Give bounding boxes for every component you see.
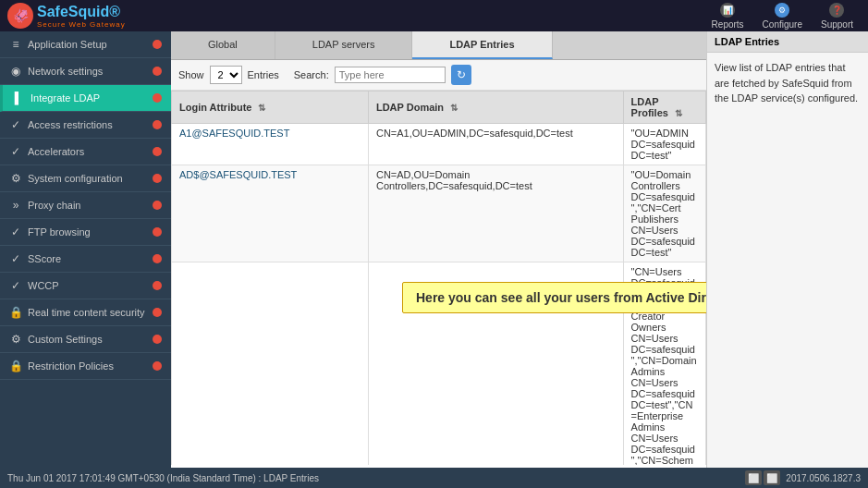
info-dot (153, 254, 162, 263)
tab-ldap-entries[interactable]: LDAP Entries (412, 31, 552, 59)
ftp-icon: ✓ (9, 226, 22, 238)
sidebar-item-ftp[interactable]: ✓ FTP browsing (0, 219, 171, 246)
support-button[interactable]: ❓ Support (813, 1, 861, 31)
table-scroll[interactable]: Login Attribute ⇅ LDAP Domain ⇅ LDAP Pro… (171, 91, 706, 465)
logo-icon: 🦑 (7, 3, 33, 29)
info-dot (153, 227, 162, 237)
sidebar-item-access[interactable]: ✓ Access restrictions (0, 112, 171, 139)
sidebar-item-label: Accelerators (28, 146, 84, 157)
status-right: ⬜ ⬜ 2017.0506.1827.3 (745, 470, 861, 485)
sidebar-item-label: SScore (28, 253, 61, 264)
refresh-button[interactable]: ↻ (451, 65, 471, 85)
status-version: 2017.0506.1827.3 (786, 473, 861, 483)
reports-label: Reports (712, 19, 744, 30)
reports-icon: 📊 (720, 3, 735, 18)
status-left: Thu Jun 01 2017 17:01:49 GMT+0530 (India… (7, 473, 319, 483)
table-container: Show 25 50 100 Entries Search: ↻ (171, 60, 706, 468)
sort-icon-domain[interactable]: ⇅ (450, 103, 458, 113)
sysconfig-icon: ⚙ (9, 172, 22, 185)
tab-global[interactable]: Global (171, 31, 275, 59)
sidebar-item-app-setup[interactable]: ≡ Application Setup (0, 31, 171, 58)
sidebar-item-label: Integrate LDAP (31, 92, 100, 104)
sidebar-item-label: Real time content security (28, 307, 145, 318)
support-icon: ❓ (829, 3, 844, 18)
tooltip-overlay: Here you can see all your users from Act… (402, 282, 706, 313)
header-nav: 📊 Reports ⚙ Configure ❓ Support (704, 1, 861, 31)
sidebar-item-label: FTP browsing (28, 226, 91, 238)
toolbar: Show 25 50 100 Entries Search: ↻ (171, 60, 706, 91)
sidebar-item-ldap[interactable]: ▌ Integrate LDAP (0, 85, 171, 112)
info-dot (153, 308, 162, 317)
sidebar-item-label: Application Setup (28, 39, 107, 50)
show-count-select[interactable]: 25 50 100 (210, 66, 242, 84)
status-icon-2[interactable]: ⬜ (764, 470, 780, 485)
sidebar-item-label: Restriction Policies (28, 360, 114, 372)
sidebar-item-restriction[interactable]: 🔒 Restriction Policies (0, 353, 171, 380)
ldap-icon: ▌ (12, 92, 25, 104)
sidebar-item-accel[interactable]: ✓ Accelerators (0, 139, 171, 165)
sidebar-item-label: WCCP (28, 280, 59, 291)
configure-label: Configure (763, 19, 802, 30)
status-icon-1[interactable]: ⬜ (745, 470, 762, 485)
sidebar-item-proxy[interactable]: » Proxy chain (0, 192, 171, 219)
configure-button[interactable]: ⚙ Configure (755, 1, 810, 31)
ldap-entries-table: Login Attribute ⇅ LDAP Domain ⇅ LDAP Pro… (171, 91, 706, 465)
entries-label: Entries (248, 69, 279, 80)
wccp-icon: ✓ (9, 279, 22, 292)
search-label: Search: (294, 69, 329, 80)
info-dot (153, 147, 162, 156)
main-layout: ≡ Application Setup ◉ Network settings ▌… (0, 31, 868, 468)
table-row[interactable]: A1@SAFESQUID.TESTCN=A1,OU=ADMIN,DC=safes… (172, 124, 706, 165)
cell-login (172, 262, 369, 466)
rtcs-icon: 🔒 (9, 306, 22, 319)
reports-button[interactable]: 📊 Reports (704, 1, 752, 31)
search-input[interactable] (335, 67, 446, 83)
support-label: Support (821, 19, 853, 30)
tabs-row: Global LDAP servers LDAP Entries (171, 31, 706, 60)
right-panel-title: LDAP Entries (707, 31, 868, 53)
sidebar-item-label: Proxy chain (28, 200, 80, 211)
info-dot (153, 201, 162, 210)
accel-icon: ✓ (9, 145, 22, 158)
status-icons: ⬜ ⬜ (745, 470, 780, 485)
sidebar-item-label: System configuration (28, 173, 123, 184)
sort-icon-login[interactable]: ⇅ (258, 103, 265, 113)
configure-icon: ⚙ (775, 3, 789, 18)
custom-icon: ⚙ (9, 333, 22, 346)
sort-icon-profiles[interactable]: ⇅ (675, 108, 682, 118)
sidebar-item-custom[interactable]: ⚙ Custom Settings (0, 326, 171, 353)
proxy-icon: » (9, 199, 22, 212)
info-dot (153, 281, 162, 290)
header: 🦑 SafeSquid® Secure Web Gateway 📊 Report… (0, 0, 868, 31)
sidebar-item-sscore[interactable]: ✓ SScore (0, 246, 171, 273)
cell-profiles: "OU=ADMIN DC=safesquid DC=test" (623, 124, 705, 165)
sidebar-item-rtcs[interactable]: 🔒 Real time content security (0, 299, 171, 326)
cell-login: AD$@SAFESQUID.TEST (172, 165, 369, 262)
cell-domain: CN=A1,OU=ADMIN,DC=safesquid,DC=test (368, 124, 623, 165)
sidebar-item-label: Access restrictions (28, 119, 113, 130)
info-dot (153, 120, 162, 129)
sidebar-item-label: Network settings (28, 66, 103, 77)
sidebar-item-network[interactable]: ◉ Network settings (0, 58, 171, 85)
tab-ldap-servers[interactable]: LDAP servers (275, 31, 413, 59)
sidebar: ≡ Application Setup ◉ Network settings ▌… (0, 31, 171, 468)
info-dot (153, 174, 162, 183)
info-dot (153, 361, 162, 371)
table-row[interactable]: AD$@SAFESQUID.TESTCN=AD,OU=Domain Contro… (172, 165, 706, 262)
content-area: Global LDAP servers LDAP Entries Show 25… (171, 31, 706, 468)
col-domain: LDAP Domain ⇅ (368, 92, 623, 124)
access-icon: ✓ (9, 118, 22, 131)
show-label: Show (178, 69, 204, 80)
info-dot (153, 67, 162, 76)
info-dot (153, 335, 162, 344)
sscore-icon: ✓ (9, 252, 22, 265)
status-bar: Thu Jun 01 2017 17:01:49 GMT+0530 (India… (0, 468, 868, 488)
sidebar-item-sysconfig[interactable]: ⚙ System configuration (0, 165, 171, 192)
info-dot (153, 40, 162, 49)
sidebar-item-wccp[interactable]: ✓ WCCP (0, 273, 171, 299)
info-dot (153, 93, 162, 103)
cell-domain: CN=AD,OU=Domain Controllers,DC=safesquid… (368, 165, 623, 262)
restriction-icon: 🔒 (9, 360, 22, 372)
right-panel-description: View list of LDAP entries that are fetch… (707, 53, 868, 114)
right-panel: LDAP Entries View list of LDAP entries t… (706, 31, 868, 468)
